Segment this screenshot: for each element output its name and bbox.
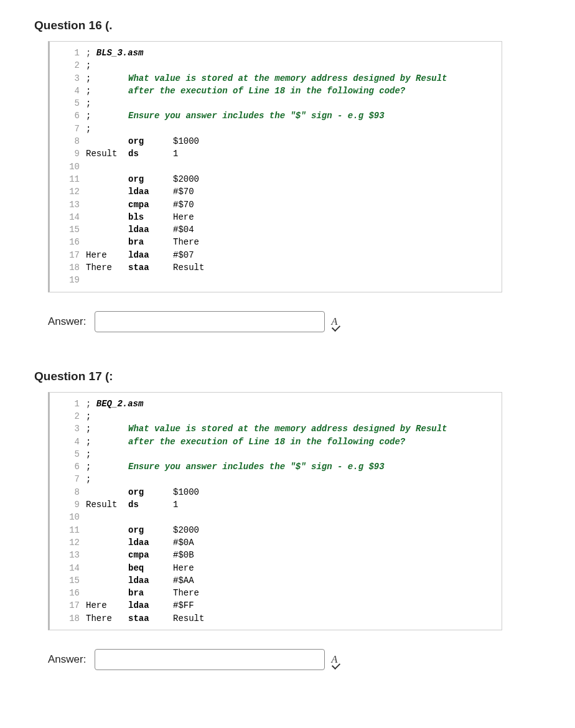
code-opcode (128, 410, 173, 422)
code-label: There (86, 261, 128, 274)
line-number: 13 (50, 198, 86, 211)
line-number: 4 (50, 85, 86, 97)
code-comment: after the execution of Line 18 in the fo… (128, 85, 405, 97)
line-number: 9 (50, 147, 86, 160)
code-label: Result (86, 147, 128, 160)
line-number: 16 (50, 236, 86, 248)
code-comment: What value is stored at the memory addre… (128, 72, 447, 85)
code-label (86, 211, 128, 223)
code-opcode: ldaa (128, 223, 173, 236)
code-operand: Result (173, 612, 502, 625)
code-opcode: ldaa (128, 249, 173, 261)
line-number: 11 (50, 524, 86, 536)
answer-input[interactable] (95, 649, 325, 670)
code-line: 16braThere (50, 587, 502, 599)
code-line: 9Resultds1 (50, 498, 502, 511)
code-label (86, 587, 128, 599)
code-line: 4;after the execution of Line 18 in the … (50, 436, 502, 448)
code-line: 6;Ensure you answer includes the "$" sig… (50, 110, 502, 122)
code-line: 10 (50, 511, 502, 523)
code-opcode (128, 511, 173, 523)
line-number: 19 (50, 274, 86, 286)
code-label (86, 161, 128, 173)
code-label: ; (86, 410, 128, 422)
code-operand: #$70 (173, 198, 502, 211)
code-operand (173, 123, 502, 135)
code-label (86, 274, 128, 286)
code-opcode: cmpa (128, 198, 173, 211)
code-line: 2; (50, 59, 502, 72)
code-label (86, 524, 128, 536)
code-label: ; (86, 448, 128, 460)
code-comment: Ensure you answer includes the "$" sign … (128, 110, 385, 122)
code-line: 8org$1000 (50, 135, 502, 147)
code-opcode: ldaa (128, 185, 173, 198)
code-line: 15ldaa#$04 (50, 223, 502, 236)
line-number: 8 (50, 135, 86, 147)
code-opcode: bls (128, 211, 173, 223)
code-operand: Here (173, 211, 502, 223)
code-operand (173, 97, 502, 110)
code-label (86, 198, 128, 211)
code-label: ; (86, 398, 96, 410)
code-label: Here (86, 599, 128, 612)
code-operand (173, 511, 502, 523)
line-number: 18 (50, 261, 86, 274)
code-label (86, 536, 128, 549)
code-operand: Result (173, 261, 502, 274)
code-label: ; (86, 59, 128, 72)
code-line: 18TherestaaResult (50, 261, 502, 274)
code-line: 13cmpa#$70 (50, 198, 502, 211)
code-label: Result (86, 498, 128, 511)
line-number: 12 (50, 536, 86, 549)
code-label (86, 486, 128, 498)
code-operand (173, 410, 502, 422)
code-operand (173, 59, 502, 72)
code-operand: Here (173, 562, 502, 574)
code-label: ; (86, 72, 128, 85)
code-opcode: ldaa (128, 599, 173, 612)
line-number: 16 (50, 587, 86, 599)
code-operand: There (173, 587, 502, 599)
line-number: 17 (50, 599, 86, 612)
code-label: ; (86, 85, 128, 97)
code-operand: #$04 (173, 223, 502, 236)
line-number: 18 (50, 612, 86, 625)
line-number: 3 (50, 422, 86, 435)
code-line: 19 (50, 274, 502, 286)
code-operand: #$FF (173, 599, 502, 612)
answer-row: Answer:A (48, 311, 541, 332)
code-line: 6;Ensure you answer includes the "$" sig… (50, 460, 502, 473)
code-line: 5; (50, 97, 502, 110)
code-opcode: beq (128, 562, 173, 574)
code-label: ; (86, 123, 128, 135)
question-block: Question 16 (.1; BLS_3.asm2;3;What value… (34, 19, 541, 332)
code-header: BEQ_2.asm (96, 398, 144, 410)
code-opcode: org (128, 486, 173, 498)
code-opcode: ldaa (128, 574, 173, 587)
code-opcode: staa (128, 612, 173, 625)
code-opcode: bra (128, 236, 173, 248)
line-number: 7 (50, 123, 86, 135)
code-label (86, 236, 128, 248)
code-line: 2; (50, 410, 502, 422)
code-operand (173, 473, 502, 485)
code-comment: What value is stored at the memory addre… (128, 422, 447, 435)
line-number: 13 (50, 549, 86, 561)
spellcheck-icon[interactable]: A (331, 655, 337, 665)
line-number: 14 (50, 562, 86, 574)
spellcheck-icon[interactable]: A (331, 317, 337, 327)
code-operand: 1 (173, 498, 502, 511)
line-number: 1 (50, 398, 86, 410)
code-operand: #$70 (173, 185, 502, 198)
line-number: 15 (50, 574, 86, 587)
line-number: 11 (50, 173, 86, 185)
code-line: 12ldaa#$70 (50, 185, 502, 198)
line-number: 3 (50, 72, 86, 85)
code-line: 9Resultds1 (50, 147, 502, 160)
code-label: ; (86, 422, 128, 435)
code-line: 17Hereldaa#$FF (50, 599, 502, 612)
answer-input[interactable] (95, 311, 325, 332)
code-opcode: org (128, 524, 173, 536)
code-opcode: bra (128, 587, 173, 599)
